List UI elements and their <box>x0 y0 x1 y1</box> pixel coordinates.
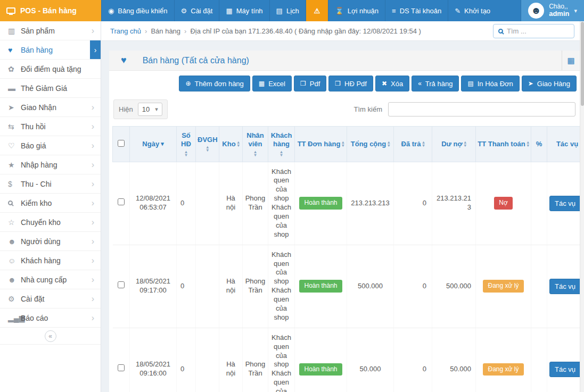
nav-item-settings[interactable]: ⚙ Cài đặt <box>174 0 219 21</box>
table-controls: Hiện 10 ▾ Tìm kiếm <box>112 99 577 119</box>
table-search-input[interactable] <box>388 102 575 116</box>
sidebar-item-chuyen-kho[interactable]: ☆ Chuyển kho › <box>0 213 101 232</box>
row-checkbox[interactable] <box>118 281 125 288</box>
users-icon: ☻ <box>8 237 21 246</box>
column-header-kho[interactable]: Kho▴▾ <box>219 127 243 162</box>
cell-ngay: 12/08/2021 06:53:07 <box>130 162 177 245</box>
sidebar-item-bao-gia[interactable]: ♡ Báo giá › <box>0 136 101 155</box>
sidebar-item-nguoi-dung[interactable]: ☻ Người dùng › <box>0 232 101 251</box>
vertical-scrollbar[interactable] <box>580 21 584 392</box>
monitor-icon <box>6 7 15 14</box>
cell-khach_hang: Khách quen của shop Khách quen của shop <box>268 245 295 328</box>
sidebar-item-giao-nhan[interactable]: ➤ Giao Nhận › <box>0 98 101 117</box>
breadcrumb-ip-info: Địa chỉ IP của bạn 171.236.48.40 ( Đăng … <box>190 27 421 35</box>
column-header-content: Tác vụ <box>556 140 578 148</box>
global-search-input[interactable] <box>507 27 569 35</box>
sidebar-item-the-giam-gia[interactable]: ▬ Thẻ Giảm Giá <box>0 79 101 98</box>
column-header-tt_don_hang[interactable]: TT Đơn hàng▴▾ <box>295 127 347 162</box>
sidebar-item-kiem-kho[interactable]: Kiểm kho › <box>0 194 101 213</box>
nav-item-calendar[interactable]: ▤ Lịch <box>269 0 306 21</box>
sidebar-item-thu-hoi[interactable]: ⇆ Thu hồi › <box>0 117 101 136</box>
cell-tong_cong: 213.213.213 <box>347 162 394 245</box>
sort-arrows-icon: ▴▾ <box>254 151 256 157</box>
sidebar-item-nha-cung-cap[interactable]: ☻ Nhà cung cấp › <box>0 270 101 289</box>
column-header-so_hd[interactable]: Số HĐ▴▾ <box>177 127 196 162</box>
chevron-right-icon: › <box>92 179 94 189</box>
scrollbar-thumb[interactable] <box>581 22 584 106</box>
row-checkbox[interactable] <box>118 364 125 371</box>
column-label: Khách hàng <box>270 131 293 149</box>
gear-icon: ⚙ <box>181 7 187 15</box>
chevron-right-icon: › <box>92 294 94 304</box>
invoice-pdf-button[interactable]: ❒ HĐ Pdf <box>328 76 373 91</box>
nav-item-accounts[interactable]: ≡ DS Tài khoản <box>385 0 448 21</box>
row-actions-button[interactable]: Tác vụ▾ <box>549 196 580 211</box>
row-checkbox[interactable] <box>118 198 125 205</box>
breadcrumb-section[interactable]: Bán hàng <box>151 27 180 35</box>
delivery-button[interactable]: ➤ Giao Hàng <box>522 76 577 91</box>
pdf-button[interactable]: ❒ Pdf <box>294 76 326 91</box>
nav-item-alerts[interactable]: ⚠ <box>306 0 328 21</box>
cell-checkbox <box>113 245 130 328</box>
nav-item-create[interactable]: ✎ Khởi tạo <box>448 0 497 21</box>
list-icon: ≡ <box>392 7 396 15</box>
truck-icon: ➤ <box>528 80 533 87</box>
user-menu[interactable]: ☻ Chào,, admin ▾ <box>521 0 584 21</box>
sidebar-item-san-pham[interactable]: ▥ Sản phẩm › <box>0 21 101 40</box>
breadcrumb-separator: › <box>184 27 186 35</box>
column-header-nhan_vien[interactable]: Nhân viên▴▾ <box>243 127 268 162</box>
nav-item-dashboard[interactable]: ◉ Bảng điều khiển <box>101 0 174 21</box>
breadcrumb-home[interactable]: Trang chủ <box>110 27 141 35</box>
column-header-content: % <box>536 140 542 148</box>
print-invoice-button[interactable]: ▤ In Hóa Đơn <box>461 76 519 91</box>
swap-arrows-icon: ⇆ <box>8 122 21 131</box>
delete-button[interactable]: ✖ Xóa <box>375 76 409 91</box>
pencil-icon: ✎ <box>455 7 460 15</box>
payment-status-badge: Đang xử lý <box>483 363 523 376</box>
sidebar-item-label: Nhà cung cấp <box>21 276 92 284</box>
column-header-du_no[interactable]: Dư nợ▴▾ <box>432 127 476 162</box>
sidebar-item-doi-diem-qua-tang[interactable]: ✿ Đổi điểm quà tặng <box>0 60 101 79</box>
page-size-select[interactable]: 10 ▾ <box>138 103 162 116</box>
column-header-tt_thanh_toan[interactable]: TT Thanh toán▴▾ <box>476 127 531 162</box>
excel-button[interactable]: ▦ Excel <box>252 76 292 91</box>
grid-icon[interactable]: ▦ <box>562 51 580 70</box>
collapse-sidebar-button[interactable]: « <box>45 330 56 342</box>
sidebar-item-khach-hang[interactable]: ☺ Khách hàng › <box>0 251 101 270</box>
order-status-badge: Hoàn thành <box>299 280 342 293</box>
topbar: POS - Bán hàng ◉ Bảng điều khiển ⚙ Cài đ… <box>0 0 584 21</box>
return-goods-button[interactable]: « Trả hàng <box>412 76 459 91</box>
column-header-ngay[interactable]: Ngày▾ <box>130 127 177 162</box>
dollar-icon: $ <box>8 180 21 188</box>
avatar-icon: ☻ <box>531 5 541 16</box>
select-all-checkbox[interactable] <box>118 140 125 147</box>
column-header-tong_cong[interactable]: Tổng cộng▴▾ <box>347 127 394 162</box>
sidebar-item-label: Thẻ Giảm Giá <box>21 84 94 93</box>
star-outline-icon: ☆ <box>8 218 21 227</box>
sidebar-item-cai-dat[interactable]: ⚙ Cài đặt › <box>0 289 101 308</box>
sidebar-item-nhap-hang[interactable]: ★ Nhập hàng › <box>0 155 101 174</box>
sidebar-item-ban-hang[interactable]: ♥ Bán hàng › <box>0 40 101 60</box>
add-order-button[interactable]: ⊕ Thêm đơn hàng <box>179 76 250 91</box>
column-header-khach_hang[interactable]: Khách hàng▴▾ <box>268 127 295 162</box>
button-label: Trả hàng <box>425 80 453 88</box>
column-header-da_tra[interactable]: Đã trả▴▾ <box>394 127 432 162</box>
nav-label: Bảng điều khiển <box>118 7 167 15</box>
column-header-dvgh[interactable]: ĐVGH▴▾ <box>196 127 219 162</box>
cell-tt_thanh_toan: Đang xử lý <box>476 245 531 328</box>
sidebar-item-bao-cao[interactable]: ▂▄▆ Báo cáo › <box>0 308 101 328</box>
row-actions-button[interactable]: Tác vụ▾ <box>549 362 580 377</box>
cell-tt_don_hang: Hoàn thành <box>295 162 347 245</box>
row-actions-button[interactable]: Tác vụ▾ <box>549 279 580 294</box>
nav-item-calculator[interactable]: ▦ Máy tính <box>219 0 269 21</box>
sort-arrows-icon: ▴▾ <box>388 141 390 147</box>
brand[interactable]: POS - Bán hàng <box>0 0 101 21</box>
payment-status-badge: Nợ <box>494 197 513 210</box>
toolbar: ⊕ Thêm đơn hàng ▦ Excel ❒ Pdf ❒ <box>112 71 577 96</box>
chevron-right-icon: › <box>92 256 94 265</box>
gear-icon: ⚙ <box>8 295 21 303</box>
sidebar-item-thu-chi[interactable]: $ Thu - Chi › <box>0 174 101 194</box>
nav-item-profit[interactable]: ⌛ Lợi nhuận <box>328 0 385 21</box>
button-label: Xóa <box>391 80 403 88</box>
cell-dvgh <box>196 162 219 245</box>
